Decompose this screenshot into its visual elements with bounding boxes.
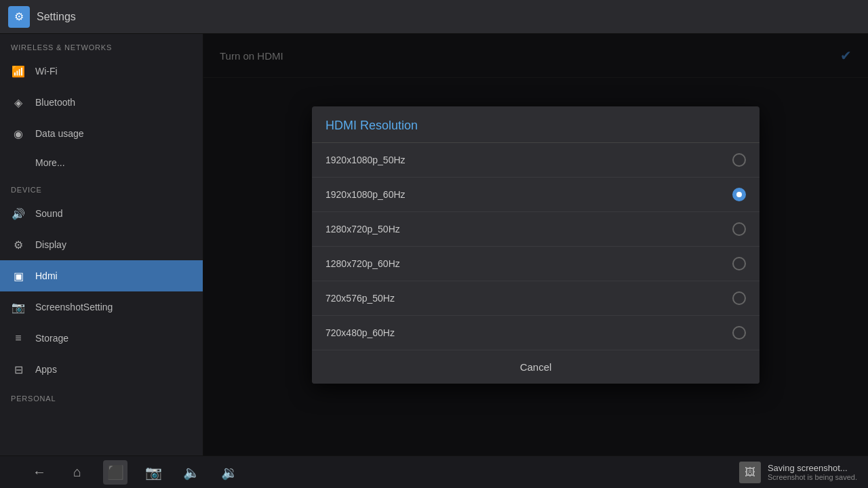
notification-text: Saving screenshot... Screenshot is being…: [768, 463, 857, 481]
sidebar-item-apps[interactable]: ⊟Apps: [0, 354, 203, 385]
dialog-options-list: 1920x1080p_50Hz1920x1080p_60Hz1280x720p_…: [312, 143, 760, 350]
hdmi-resolution-dialog: HDMI Resolution 1920x1080p_50Hz1920x1080…: [312, 106, 760, 384]
option-label-r6: 720x480p_60Hz: [326, 327, 395, 338]
dialog-option-r3[interactable]: 1280x720p_50Hz: [312, 212, 760, 247]
option-label-r2: 1920x1080p_60Hz: [326, 189, 406, 200]
sidebar-item-data-usage[interactable]: ◉Data usage: [0, 118, 203, 149]
sound-icon: 🔊: [11, 206, 26, 221]
display-icon: ⚙: [11, 237, 26, 252]
content-area: Turn on HDMI ✔ HDMI Resolution 1920x1080…: [203, 34, 868, 455]
cancel-button[interactable]: Cancel: [312, 350, 760, 384]
option-label-r3: 1280x720p_50Hz: [326, 224, 400, 235]
back-button[interactable]: ←: [27, 460, 52, 485]
sound-label: Sound: [35, 208, 62, 219]
screenshot-icon: 📷: [11, 300, 26, 314]
screenshot-button[interactable]: 📷: [141, 460, 165, 485]
notification-line1: Saving screenshot...: [768, 463, 857, 473]
sidebar: WIRELESS & NETWORKS📶Wi-Fi◈Bluetooth◉Data…: [0, 34, 203, 455]
screenshot-label: ScreenshotSetting: [35, 302, 113, 312]
dialog-option-r4[interactable]: 1280x720p_60Hz: [312, 247, 760, 281]
sidebar-item-storage[interactable]: ≡Storage: [0, 323, 203, 354]
data-usage-icon: ◉: [11, 126, 26, 141]
sidebar-item-hdmi[interactable]: ▣Hdmi: [0, 260, 203, 291]
volume-down-button[interactable]: 🔈: [179, 460, 203, 485]
apps-label: Apps: [35, 364, 57, 375]
notification-line2: Screenshot is being saved.: [768, 473, 857, 481]
storage-icon: ≡: [11, 331, 26, 346]
dialog-title: HDMI Resolution: [312, 106, 760, 143]
sidebar-item-wifi[interactable]: 📶Wi-Fi: [0, 56, 203, 87]
main-layout: WIRELESS & NETWORKS📶Wi-Fi◈Bluetooth◉Data…: [0, 34, 868, 455]
option-label-r5: 720x576p_50Hz: [326, 293, 395, 304]
bluetooth-icon: ◈: [11, 95, 26, 110]
bottom-nav-left: ←⌂⬛📷🔈🔉: [0, 460, 728, 485]
sidebar-section-header: WIRELESS & NETWORKS: [0, 34, 203, 56]
bluetooth-label: Bluetooth: [35, 97, 75, 108]
hdmi-label: Hdmi: [35, 270, 58, 281]
dialog-option-r5[interactable]: 720x576p_50Hz: [312, 281, 760, 316]
display-label: Display: [35, 239, 66, 250]
screenshot-notification-icon: 🖼: [739, 462, 761, 483]
hdmi-icon: ▣: [11, 268, 26, 283]
sidebar-item-sound[interactable]: 🔊Sound: [0, 198, 203, 229]
more-label: More...: [35, 157, 65, 168]
home-button[interactable]: ⌂: [65, 460, 90, 485]
apps-icon: ⊟: [11, 362, 26, 377]
storage-label: Storage: [35, 333, 68, 344]
sidebar-item-bluetooth[interactable]: ◈Bluetooth: [0, 87, 203, 118]
dialog-option-r1[interactable]: 1920x1080p_50Hz: [312, 143, 760, 178]
radio-r5: [732, 291, 746, 305]
sidebar-section-header: PERSONAL: [0, 385, 203, 407]
notification-area: 🖼 Saving screenshot... Screenshot is bei…: [728, 462, 868, 483]
app-title: Settings: [37, 11, 76, 23]
wifi-label: Wi-Fi: [35, 66, 58, 77]
radio-r4: [732, 257, 746, 270]
wifi-icon: 📶: [11, 64, 26, 79]
sidebar-item-display[interactable]: ⚙Display: [0, 229, 203, 260]
sidebar-section-header: DEVICE: [0, 176, 203, 198]
dialog-overlay: HDMI Resolution 1920x1080p_50Hz1920x1080…: [203, 34, 868, 455]
data-usage-label: Data usage: [35, 128, 84, 139]
dialog-option-r6[interactable]: 720x480p_60Hz: [312, 316, 760, 350]
recents-button[interactable]: ⬛: [103, 460, 127, 485]
option-label-r1: 1920x1080p_50Hz: [326, 155, 406, 165]
title-bar: ⚙ Settings: [0, 0, 868, 34]
radio-r2: [732, 188, 746, 201]
radio-r1: [732, 153, 746, 167]
option-label-r4: 1280x720p_60Hz: [326, 258, 400, 269]
bottom-bar: ←⌂⬛📷🔈🔉 🖼 Saving screenshot... Screenshot…: [0, 455, 868, 488]
sidebar-item-more[interactable]: More...: [0, 149, 203, 176]
dialog-option-r2[interactable]: 1920x1080p_60Hz: [312, 178, 760, 212]
radio-r3: [732, 222, 746, 236]
radio-r6: [732, 326, 746, 340]
settings-icon: ⚙: [8, 6, 30, 28]
volume-up-button[interactable]: 🔉: [217, 460, 241, 485]
sidebar-item-screenshot[interactable]: 📷ScreenshotSetting: [0, 291, 203, 323]
